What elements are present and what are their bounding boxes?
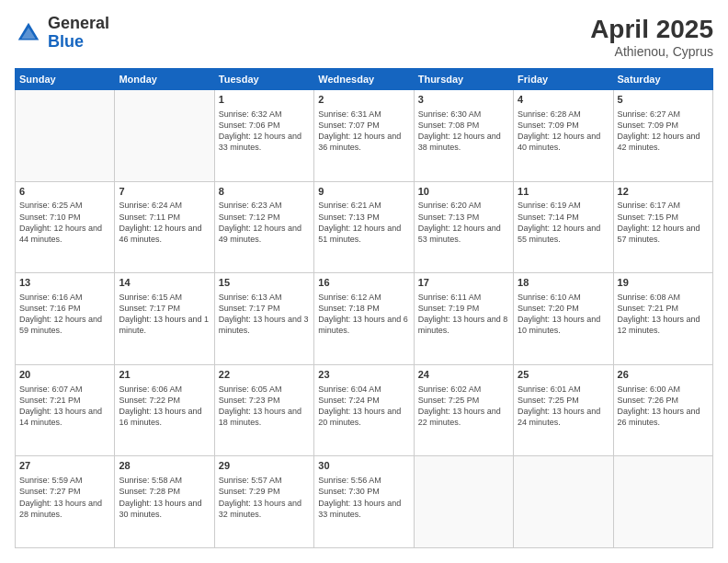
- day-info: Sunrise: 6:31 AMSunset: 7:07 PMDaylight:…: [318, 109, 409, 154]
- day-number: 5: [618, 93, 709, 107]
- day-info: Sunrise: 5:57 AMSunset: 7:29 PMDaylight:…: [219, 475, 310, 520]
- calendar-cell: 7Sunrise: 6:24 AMSunset: 7:11 PMDaylight…: [115, 181, 214, 273]
- day-number: 8: [219, 185, 310, 199]
- month-title: April 2025: [590, 15, 713, 44]
- page: General Blue April 2025 Athienou, Cyprus…: [0, 0, 728, 563]
- day-number: 17: [418, 276, 509, 290]
- day-number: 2: [318, 93, 409, 107]
- weekday-header-tuesday: Tuesday: [214, 69, 313, 90]
- day-info: Sunrise: 6:05 AMSunset: 7:23 PMDaylight:…: [219, 384, 310, 429]
- calendar-week-2: 6Sunrise: 6:25 AMSunset: 7:10 PMDaylight…: [16, 181, 713, 273]
- calendar-cell: [514, 456, 613, 548]
- day-info: Sunrise: 5:59 AMSunset: 7:27 PMDaylight:…: [19, 475, 110, 520]
- calendar-cell: 6Sunrise: 6:25 AMSunset: 7:10 PMDaylight…: [16, 181, 115, 273]
- day-info: Sunrise: 6:10 AMSunset: 7:20 PMDaylight:…: [518, 292, 609, 337]
- day-number: 20: [19, 368, 110, 382]
- day-number: 6: [19, 185, 110, 199]
- calendar-cell: 18Sunrise: 6:10 AMSunset: 7:20 PMDayligh…: [514, 273, 613, 365]
- calendar-cell: [115, 90, 214, 182]
- calendar-cell: 13Sunrise: 6:16 AMSunset: 7:16 PMDayligh…: [16, 273, 115, 365]
- day-info: Sunrise: 6:28 AMSunset: 7:09 PMDaylight:…: [518, 109, 609, 154]
- weekday-header-saturday: Saturday: [613, 69, 712, 90]
- weekday-header-sunday: Sunday: [16, 69, 115, 90]
- calendar-cell: 14Sunrise: 6:15 AMSunset: 7:17 PMDayligh…: [115, 273, 214, 365]
- calendar-cell: 3Sunrise: 6:30 AMSunset: 7:08 PMDaylight…: [414, 90, 513, 182]
- calendar-cell: 5Sunrise: 6:27 AMSunset: 7:09 PMDaylight…: [613, 90, 712, 182]
- title-block: April 2025 Athienou, Cyprus: [590, 15, 713, 59]
- day-number: 4: [518, 93, 609, 107]
- day-info: Sunrise: 6:07 AMSunset: 7:21 PMDaylight:…: [19, 384, 110, 429]
- day-number: 27: [19, 459, 110, 473]
- calendar-cell: 30Sunrise: 5:56 AMSunset: 7:30 PMDayligh…: [314, 456, 414, 548]
- calendar-cell: 1Sunrise: 6:32 AMSunset: 7:06 PMDaylight…: [214, 90, 313, 182]
- calendar-cell: 25Sunrise: 6:01 AMSunset: 7:25 PMDayligh…: [514, 364, 613, 456]
- day-info: Sunrise: 6:21 AMSunset: 7:13 PMDaylight:…: [318, 200, 409, 245]
- calendar-header-row: SundayMondayTuesdayWednesdayThursdayFrid…: [16, 69, 713, 90]
- day-number: 1: [219, 93, 310, 107]
- day-info: Sunrise: 6:06 AMSunset: 7:22 PMDaylight:…: [119, 384, 210, 429]
- logo-general-text: General: [48, 15, 109, 33]
- day-info: Sunrise: 5:58 AMSunset: 7:28 PMDaylight:…: [119, 475, 210, 520]
- logo-blue-text: Blue: [48, 33, 109, 52]
- day-info: Sunrise: 6:11 AMSunset: 7:19 PMDaylight:…: [418, 292, 509, 337]
- day-number: 18: [518, 276, 609, 290]
- calendar-cell: 8Sunrise: 6:23 AMSunset: 7:12 PMDaylight…: [214, 181, 313, 273]
- day-info: Sunrise: 6:13 AMSunset: 7:17 PMDaylight:…: [219, 292, 310, 337]
- day-info: Sunrise: 6:04 AMSunset: 7:24 PMDaylight:…: [318, 384, 409, 429]
- calendar-cell: 29Sunrise: 5:57 AMSunset: 7:29 PMDayligh…: [214, 456, 313, 548]
- day-info: Sunrise: 6:23 AMSunset: 7:12 PMDaylight:…: [219, 200, 310, 245]
- day-number: 7: [119, 185, 210, 199]
- day-info: Sunrise: 6:25 AMSunset: 7:10 PMDaylight:…: [19, 200, 110, 245]
- day-info: Sunrise: 6:17 AMSunset: 7:15 PMDaylight:…: [618, 200, 709, 245]
- day-number: 29: [219, 459, 310, 473]
- logo: General Blue: [15, 15, 109, 52]
- weekday-header-monday: Monday: [115, 69, 214, 90]
- calendar-cell: 17Sunrise: 6:11 AMSunset: 7:19 PMDayligh…: [414, 273, 513, 365]
- day-number: 21: [119, 368, 210, 382]
- day-info: Sunrise: 6:01 AMSunset: 7:25 PMDaylight:…: [518, 384, 609, 429]
- day-info: Sunrise: 6:24 AMSunset: 7:11 PMDaylight:…: [119, 200, 210, 245]
- day-number: 25: [518, 368, 609, 382]
- location-title: Athienou, Cyprus: [590, 44, 713, 59]
- day-number: 15: [219, 276, 310, 290]
- calendar-cell: 20Sunrise: 6:07 AMSunset: 7:21 PMDayligh…: [16, 364, 115, 456]
- calendar-cell: 24Sunrise: 6:02 AMSunset: 7:25 PMDayligh…: [414, 364, 513, 456]
- day-number: 19: [618, 276, 709, 290]
- header: General Blue April 2025 Athienou, Cyprus: [15, 15, 713, 59]
- calendar-cell: 9Sunrise: 6:21 AMSunset: 7:13 PMDaylight…: [314, 181, 414, 273]
- day-info: Sunrise: 6:27 AMSunset: 7:09 PMDaylight:…: [618, 109, 709, 154]
- calendar-cell: 16Sunrise: 6:12 AMSunset: 7:18 PMDayligh…: [314, 273, 414, 365]
- day-number: 10: [418, 185, 509, 199]
- calendar-cell: 19Sunrise: 6:08 AMSunset: 7:21 PMDayligh…: [613, 273, 712, 365]
- calendar-cell: 21Sunrise: 6:06 AMSunset: 7:22 PMDayligh…: [115, 364, 214, 456]
- day-number: 3: [418, 93, 509, 107]
- day-info: Sunrise: 6:32 AMSunset: 7:06 PMDaylight:…: [219, 109, 310, 154]
- day-number: 14: [119, 276, 210, 290]
- calendar-cell: [16, 90, 115, 182]
- day-info: Sunrise: 6:15 AMSunset: 7:17 PMDaylight:…: [119, 292, 210, 337]
- day-info: Sunrise: 6:02 AMSunset: 7:25 PMDaylight:…: [418, 384, 509, 429]
- day-number: 11: [518, 185, 609, 199]
- calendar-cell: 12Sunrise: 6:17 AMSunset: 7:15 PMDayligh…: [613, 181, 712, 273]
- calendar-week-5: 27Sunrise: 5:59 AMSunset: 7:27 PMDayligh…: [16, 456, 713, 548]
- logo-text: General Blue: [48, 15, 109, 52]
- calendar-cell: 4Sunrise: 6:28 AMSunset: 7:09 PMDaylight…: [514, 90, 613, 182]
- day-number: 24: [418, 368, 509, 382]
- logo-icon: [15, 19, 42, 47]
- day-number: 22: [219, 368, 310, 382]
- weekday-header-friday: Friday: [514, 69, 613, 90]
- calendar-cell: 23Sunrise: 6:04 AMSunset: 7:24 PMDayligh…: [314, 364, 414, 456]
- calendar-cell: 15Sunrise: 6:13 AMSunset: 7:17 PMDayligh…: [214, 273, 313, 365]
- day-number: 30: [318, 459, 409, 473]
- day-number: 28: [119, 459, 210, 473]
- day-number: 26: [618, 368, 709, 382]
- calendar-cell: 27Sunrise: 5:59 AMSunset: 7:27 PMDayligh…: [16, 456, 115, 548]
- calendar-week-1: 1Sunrise: 6:32 AMSunset: 7:06 PMDaylight…: [16, 90, 713, 182]
- day-info: Sunrise: 6:19 AMSunset: 7:14 PMDaylight:…: [518, 200, 609, 245]
- day-number: 16: [318, 276, 409, 290]
- day-number: 9: [318, 185, 409, 199]
- calendar-cell: 2Sunrise: 6:31 AMSunset: 7:07 PMDaylight…: [314, 90, 414, 182]
- weekday-header-thursday: Thursday: [414, 69, 513, 90]
- day-info: Sunrise: 6:30 AMSunset: 7:08 PMDaylight:…: [418, 109, 509, 154]
- day-number: 13: [19, 276, 110, 290]
